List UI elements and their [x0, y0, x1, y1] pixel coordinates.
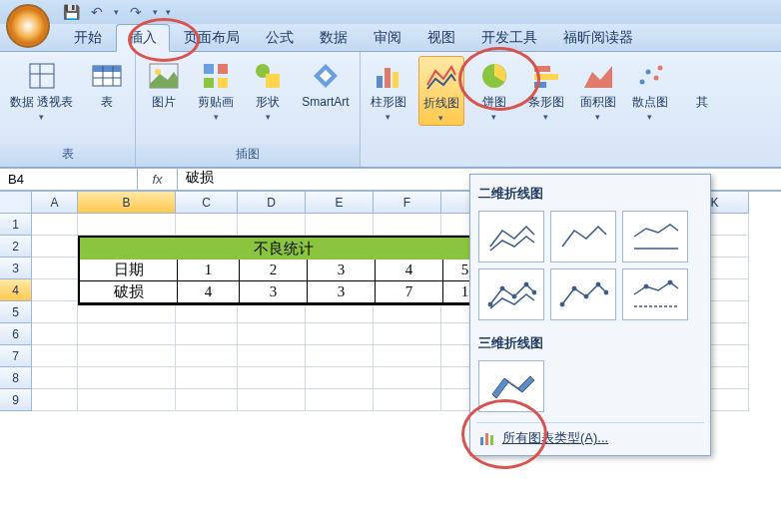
- column-chart-button[interactable]: 柱形图 ▾: [367, 56, 410, 124]
- chevron-down-icon[interactable]: ▾: [114, 7, 119, 17]
- col-header[interactable]: B: [78, 192, 176, 214]
- cell[interactable]: [374, 389, 441, 411]
- cell[interactable]: [374, 323, 441, 345]
- cell[interactable]: [238, 214, 306, 236]
- cell[interactable]: 3: [308, 260, 376, 281]
- col-header[interactable]: D: [238, 192, 306, 214]
- row-header[interactable]: 6: [0, 323, 32, 345]
- redo-icon[interactable]: ↷: [127, 3, 145, 21]
- pie-chart-button[interactable]: 饼图 ▾: [472, 56, 516, 124]
- bar-chart-button[interactable]: 条形图 ▾: [524, 56, 568, 124]
- cell[interactable]: [374, 214, 441, 236]
- cell[interactable]: [238, 345, 306, 367]
- cell[interactable]: [176, 214, 238, 236]
- cell[interactable]: [32, 279, 78, 301]
- line-chart-button[interactable]: 折线图 ▾: [418, 56, 464, 126]
- tab-data[interactable]: 数据: [308, 25, 360, 51]
- cell[interactable]: [78, 214, 176, 236]
- cell[interactable]: [306, 389, 374, 411]
- picture-button[interactable]: 图片: [142, 56, 186, 112]
- cell[interactable]: 1: [178, 260, 240, 281]
- cell[interactable]: [32, 367, 78, 389]
- cell[interactable]: [32, 323, 78, 345]
- quick-access-toolbar: 💾 ↶ ▾ ↷ ▾ ▾: [62, 3, 171, 21]
- clipart-button[interactable]: 剪贴画 ▾: [194, 56, 238, 124]
- line-2d-option-6[interactable]: [622, 268, 688, 320]
- save-icon[interactable]: 💾: [62, 3, 80, 21]
- cell[interactable]: [78, 323, 176, 345]
- line-3d-option-1[interactable]: [478, 360, 544, 412]
- cell[interactable]: [32, 236, 78, 258]
- cell[interactable]: 7: [376, 281, 443, 303]
- cell[interactable]: [176, 323, 238, 345]
- smartart-button[interactable]: SmartArt: [298, 56, 353, 112]
- col-header[interactable]: F: [374, 192, 441, 214]
- line-2d-option-5[interactable]: [550, 268, 616, 320]
- col-header[interactable]: C: [176, 192, 238, 214]
- tab-view[interactable]: 视图: [415, 25, 467, 51]
- cell[interactable]: [306, 367, 374, 389]
- line-2d-option-3[interactable]: [622, 211, 688, 263]
- row-header[interactable]: 3: [0, 258, 32, 279]
- line-2d-option-2[interactable]: [550, 211, 616, 263]
- row-header[interactable]: 7: [0, 345, 32, 367]
- tab-foxit[interactable]: 福昕阅读器: [551, 25, 645, 51]
- cell[interactable]: 日期: [80, 260, 178, 281]
- tab-review[interactable]: 审阅: [362, 25, 413, 51]
- cell[interactable]: 3: [308, 281, 376, 303]
- office-button[interactable]: [6, 4, 50, 48]
- tab-insert[interactable]: 插入: [116, 24, 170, 52]
- shapes-button[interactable]: 形状 ▾: [246, 56, 290, 124]
- cell[interactable]: [374, 367, 441, 389]
- cell[interactable]: [32, 389, 78, 411]
- cell[interactable]: 4: [178, 281, 240, 303]
- select-all-cell[interactable]: [0, 192, 32, 214]
- area-chart-button[interactable]: 面积图 ▾: [576, 56, 620, 124]
- cell[interactable]: 3: [240, 281, 308, 303]
- cell[interactable]: [32, 214, 78, 236]
- cell[interactable]: [176, 389, 238, 411]
- cell[interactable]: [78, 345, 176, 367]
- cell[interactable]: 2: [240, 260, 308, 281]
- col-header[interactable]: A: [32, 192, 78, 214]
- all-chart-types[interactable]: 所有图表类型(A)...: [476, 422, 704, 449]
- cell[interactable]: [374, 345, 441, 367]
- scatter-chart-button[interactable]: 散点图 ▾: [628, 56, 672, 124]
- tab-home[interactable]: 开始: [62, 25, 114, 51]
- cell[interactable]: [176, 345, 238, 367]
- pivot-table-button[interactable]: 数据 透视表 ▾: [6, 56, 77, 124]
- row-header[interactable]: 9: [0, 389, 32, 411]
- row-header[interactable]: 1: [0, 214, 32, 236]
- cell[interactable]: 4: [376, 260, 443, 281]
- cell[interactable]: [238, 323, 306, 345]
- chevron-down-icon[interactable]: ▾: [153, 7, 158, 17]
- cell[interactable]: [32, 258, 78, 279]
- undo-icon[interactable]: ↶: [88, 3, 106, 21]
- line-2d-option-1[interactable]: [478, 211, 544, 263]
- row-header[interactable]: 2: [0, 236, 32, 258]
- tab-pagelayout[interactable]: 页面布局: [172, 25, 252, 51]
- cell[interactable]: [238, 367, 306, 389]
- fx-button[interactable]: fx: [138, 168, 178, 191]
- row-header[interactable]: 4: [0, 279, 32, 301]
- cell[interactable]: [306, 323, 374, 345]
- cell[interactable]: [32, 301, 78, 323]
- tab-formulas[interactable]: 公式: [254, 25, 306, 51]
- name-box[interactable]: B4: [0, 168, 138, 191]
- cell[interactable]: [176, 367, 238, 389]
- other-chart-button[interactable]: 其: [680, 56, 724, 112]
- cell[interactable]: [238, 389, 306, 411]
- tab-devtools[interactable]: 开发工具: [469, 25, 549, 51]
- row-header[interactable]: 8: [0, 367, 32, 389]
- cell[interactable]: [78, 367, 176, 389]
- table-button[interactable]: 表: [85, 56, 129, 112]
- active-cell[interactable]: 破损: [80, 281, 178, 303]
- row-header[interactable]: 5: [0, 301, 32, 323]
- cell[interactable]: [306, 214, 374, 236]
- line-2d-option-4[interactable]: [478, 268, 544, 320]
- cell[interactable]: [306, 345, 374, 367]
- customize-chevron-icon[interactable]: ▾: [166, 7, 171, 17]
- col-header[interactable]: E: [306, 192, 374, 214]
- cell[interactable]: [78, 389, 176, 411]
- cell[interactable]: [32, 345, 78, 367]
